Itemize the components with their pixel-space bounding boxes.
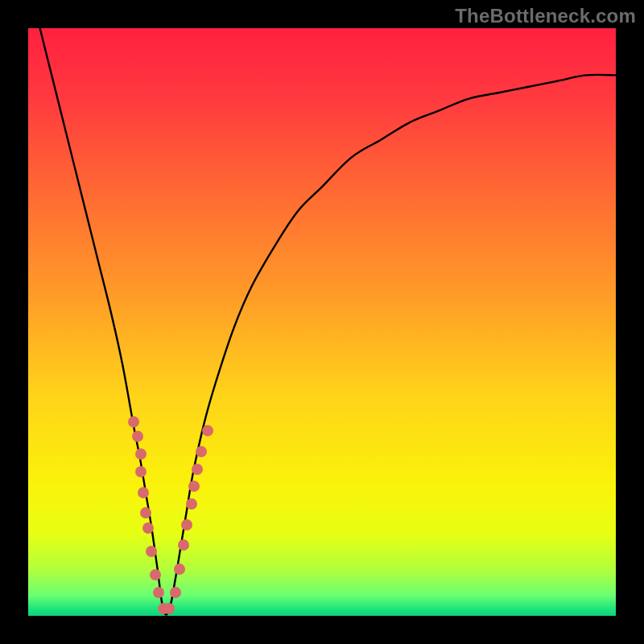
background-gradient bbox=[28, 28, 616, 616]
marker-dot bbox=[202, 425, 213, 436]
svg-rect-0 bbox=[28, 28, 616, 616]
watermark-text: TheBottleneck.com bbox=[455, 5, 636, 27]
marker-dot bbox=[178, 539, 189, 551]
marker-dot bbox=[146, 546, 157, 557]
marker-dot bbox=[138, 487, 149, 498]
chart-frame: TheBottleneck.com bbox=[0, 0, 644, 644]
marker-dot bbox=[142, 522, 154, 534]
marker-dot bbox=[174, 564, 185, 575]
marker-dot bbox=[170, 587, 181, 598]
marker-dot bbox=[153, 587, 164, 598]
marker-dot bbox=[150, 569, 161, 580]
marker-dot bbox=[192, 464, 203, 475]
plot-area bbox=[28, 28, 616, 616]
marker-dot bbox=[181, 519, 192, 530]
marker-dot bbox=[196, 446, 207, 457]
